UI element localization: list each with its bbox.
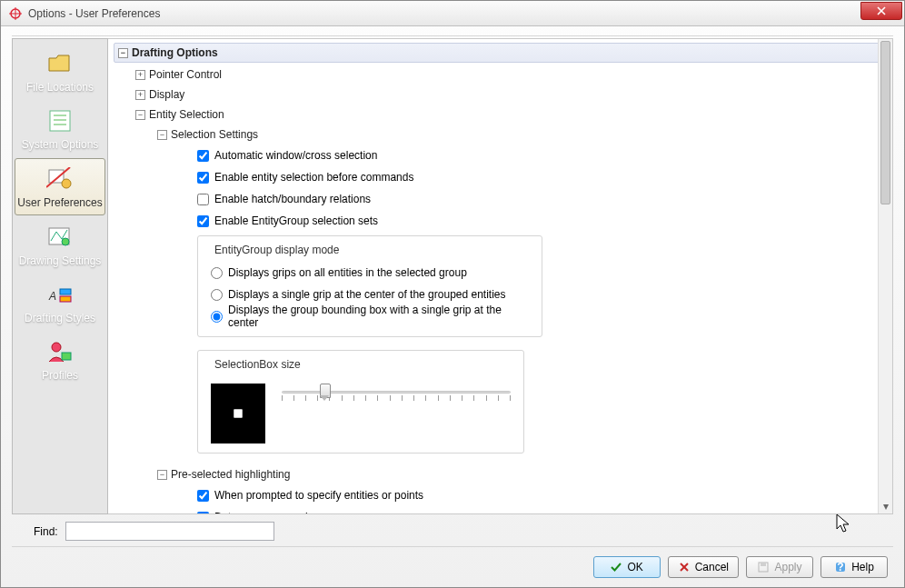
- sidebar-item-label: File Locations: [26, 81, 94, 94]
- group-selectionbox-size: SelectionBox size: [197, 350, 524, 453]
- checkbox-label: Automatic window/cross selection: [214, 149, 377, 162]
- x-icon: [678, 561, 691, 573]
- tree-node-drafting-options[interactable]: − Drafting Options: [114, 43, 887, 63]
- sidebar-item-drawing-settings[interactable]: Drawing Settings: [15, 217, 105, 273]
- text-style-icon: A: [45, 280, 75, 309]
- svg-point-13: [62, 238, 69, 245]
- sidebar-item-file-locations[interactable]: File Locations: [15, 44, 105, 99]
- tree-node-pointer-control[interactable]: + Pointer Control: [114, 65, 887, 85]
- sidebar-item-system-options[interactable]: System Options: [15, 101, 105, 156]
- collapse-icon[interactable]: −: [135, 110, 145, 120]
- button-label: OK: [627, 561, 642, 573]
- radio-input[interactable]: [211, 289, 223, 301]
- radio-bounding-box-grip[interactable]: Displays the group bounding box with a s…: [211, 305, 529, 327]
- checkbox-label: Enable entity selection before commands: [214, 171, 413, 184]
- checkbox-enable-entity-before-commands[interactable]: Enable entity selection before commands: [197, 166, 887, 188]
- disk-icon: [757, 561, 770, 573]
- list-check-icon: [45, 106, 75, 135]
- preselected-content: When prompted to specify entities or poi…: [197, 484, 887, 513]
- sidebar-item-label: Profiles: [42, 369, 78, 382]
- checkbox-input[interactable]: [197, 150, 209, 162]
- group-legend: SelectionBox size: [211, 358, 304, 371]
- user-tools-icon: [45, 164, 75, 194]
- sidebar-item-label: Drawing Settings: [19, 254, 102, 267]
- checkbox-auto-window-cross[interactable]: Automatic window/cross selection: [197, 145, 887, 166]
- sidebar-item-label: System Options: [22, 138, 99, 151]
- selectionbox-slider[interactable]: [282, 384, 511, 411]
- checkbox-label: Enable hatch/boundary relations: [214, 193, 371, 205]
- slider-ticks: [282, 395, 511, 403]
- find-input[interactable]: [65, 522, 274, 541]
- sidebar-item-label: User Preferences: [17, 196, 102, 209]
- profile-icon: [45, 337, 75, 366]
- options-tree[interactable]: − Drafting Options + Pointer Control + D…: [108, 39, 892, 513]
- apply-button[interactable]: Apply: [746, 556, 813, 578]
- collapse-icon[interactable]: −: [157, 470, 167, 480]
- main-area: File Locations System Options User Prefe…: [12, 35, 893, 514]
- checkbox-input[interactable]: [197, 194, 209, 205]
- radio-input[interactable]: [211, 267, 223, 279]
- svg-rect-15: [60, 296, 71, 302]
- options-tree-wrap: − Drafting Options + Pointer Control + D…: [108, 38, 893, 514]
- check-icon: [610, 561, 622, 573]
- tree-node-preselected-highlighting[interactable]: − Pre-selected highlighting: [114, 464, 887, 484]
- expand-icon[interactable]: +: [135, 70, 145, 80]
- find-label: Find:: [34, 525, 58, 538]
- tree-node-label: Pointer Control: [149, 68, 222, 81]
- button-label: Cancel: [695, 561, 729, 573]
- selection-settings-content: Automatic window/cross selection Enable …: [197, 145, 887, 453]
- checkbox-input[interactable]: [197, 490, 209, 502]
- checkbox-label: When prompted to specify entities or poi…: [214, 489, 423, 502]
- ok-button[interactable]: OK: [593, 556, 661, 578]
- tree-node-selection-settings[interactable]: − Selection Settings: [114, 125, 887, 145]
- scroll-down-icon[interactable]: ▾: [879, 499, 892, 513]
- slider-thumb[interactable]: [320, 384, 329, 402]
- checkbox-enable-hatch-boundary[interactable]: Enable hatch/boundary relations: [197, 188, 887, 210]
- tree-node-entity-selection[interactable]: − Entity Selection: [114, 105, 887, 125]
- vertical-scrollbar[interactable]: ▴ ▾: [878, 39, 892, 513]
- sidebar-item-drafting-styles[interactable]: A Drafting Styles: [15, 274, 105, 330]
- radio-input[interactable]: [211, 311, 223, 323]
- selectionbox-slider-wrap: [211, 384, 511, 443]
- group-entitygroup-display-mode: EntityGroup display mode Displays grips …: [197, 235, 542, 337]
- drawing-icon: [45, 223, 75, 252]
- app-icon: [8, 6, 23, 21]
- checkbox-when-prompted[interactable]: When prompted to specify entities or poi…: [197, 484, 887, 506]
- slider-track-line: [282, 391, 511, 394]
- cancel-button[interactable]: Cancel: [668, 556, 739, 578]
- svg-rect-22: [761, 563, 766, 566]
- checkbox-input[interactable]: [197, 215, 209, 227]
- sidebar-item-profiles[interactable]: Profiles: [15, 332, 105, 387]
- radio-label: Displays a single grip at the center of …: [228, 288, 506, 301]
- checkbox-input[interactable]: [197, 512, 209, 514]
- checkbox-between-commands[interactable]: Between commands: [197, 506, 887, 513]
- collapse-icon[interactable]: −: [118, 48, 128, 58]
- tree-node-label: Display: [149, 88, 184, 101]
- checkbox-input[interactable]: [197, 172, 209, 184]
- sidebar-item-user-preferences[interactable]: User Preferences: [15, 158, 105, 215]
- tree-node-label: Drafting Options: [132, 46, 218, 59]
- collapse-icon[interactable]: −: [157, 130, 167, 140]
- checkbox-label: Between commands: [214, 511, 313, 513]
- button-label: Apply: [774, 561, 801, 573]
- selectionbox-preview: [211, 384, 265, 443]
- radio-single-grip-center[interactable]: Displays a single grip at the center of …: [211, 284, 529, 305]
- svg-rect-9: [49, 170, 64, 183]
- help-button[interactable]: ? Help: [820, 556, 888, 578]
- close-button[interactable]: [860, 2, 902, 20]
- radio-grips-all-entities[interactable]: Displays grips on all entities in the se…: [211, 262, 529, 284]
- help-icon: ?: [834, 561, 847, 573]
- svg-rect-16: [60, 289, 71, 294]
- titlebar: Options - User Preferences: [1, 1, 904, 26]
- checkbox-enable-entitygroup-sets[interactable]: Enable EntityGroup selection sets: [197, 210, 887, 232]
- folder-icon: [45, 49, 75, 78]
- client-area: File Locations System Options User Prefe…: [1, 26, 904, 587]
- svg-rect-5: [50, 111, 70, 131]
- expand-icon[interactable]: +: [135, 90, 145, 100]
- dialog-button-row: OK Cancel Apply ? Help: [12, 546, 893, 578]
- options-tree-panel: − Drafting Options + Pointer Control + D…: [108, 38, 893, 514]
- tree-node-display[interactable]: + Display: [114, 85, 887, 105]
- svg-point-17: [52, 343, 61, 352]
- radio-label: Displays the group bounding box with a s…: [228, 304, 529, 329]
- scroll-thumb[interactable]: [880, 41, 890, 204]
